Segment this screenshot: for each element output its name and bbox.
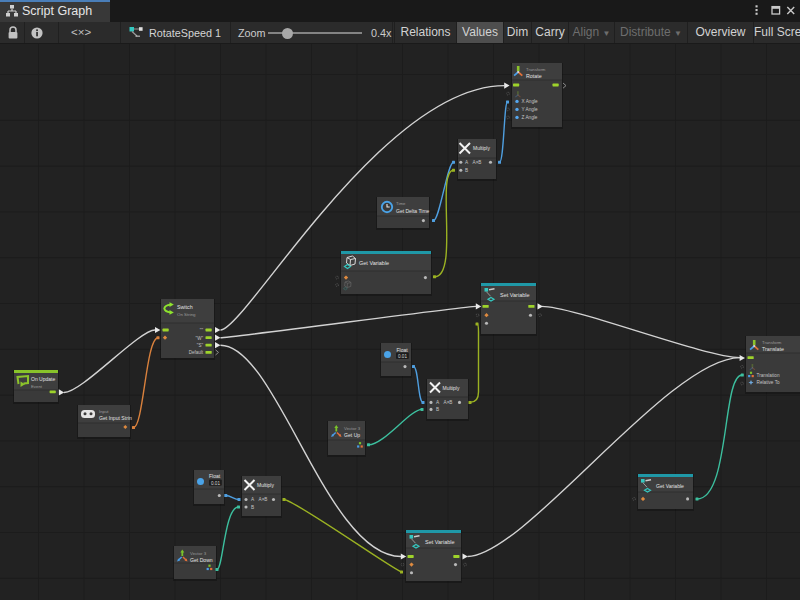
svg-text:Input: Input	[99, 409, 109, 414]
svg-text:B: B	[465, 168, 468, 173]
svg-text:"S": "S"	[197, 343, 204, 348]
svg-text:Default: Default	[189, 350, 204, 355]
svg-text:Float: Float	[209, 473, 221, 479]
svg-text:On Update: On Update	[31, 376, 55, 382]
svg-text:X Angle: X Angle	[522, 99, 539, 104]
svg-text:0.01: 0.01	[398, 354, 407, 359]
svg-text:Get Input Strin: Get Input Strin	[99, 415, 132, 421]
svg-text:Get Down: Get Down	[190, 557, 213, 563]
svg-text:Z Angle: Z Angle	[522, 115, 538, 120]
svg-text:Get Up: Get Up	[344, 432, 360, 438]
svg-text:"": ""	[200, 328, 204, 333]
svg-text:Y Angle: Y Angle	[522, 107, 538, 112]
svg-text:Multiply: Multiply	[473, 145, 490, 151]
svg-text:Set Variable: Set Variable	[425, 539, 455, 545]
svg-text:"W": "W"	[196, 336, 204, 341]
svg-text:A×B: A×B	[444, 400, 453, 405]
svg-text:Get Variable: Get Variable	[359, 260, 389, 266]
svg-text:0.01: 0.01	[211, 481, 220, 486]
svg-text:Multiply: Multiply	[443, 385, 460, 391]
svg-text:Vector 3: Vector 3	[190, 551, 207, 556]
svg-text:Get Variable: Get Variable	[656, 483, 684, 489]
svg-text:Vector 3: Vector 3	[344, 426, 361, 431]
svg-text:Translation: Translation	[757, 373, 780, 378]
svg-text:B: B	[436, 407, 439, 412]
svg-text:Event: Event	[31, 384, 43, 389]
svg-text:On String: On String	[177, 312, 196, 317]
svg-text:Transform: Transform	[762, 340, 782, 345]
svg-text:A×B: A×B	[259, 497, 268, 502]
svg-text:Set Variable: Set Variable	[500, 292, 530, 298]
svg-text:Switch: Switch	[177, 304, 193, 310]
svg-text:Float: Float	[397, 347, 409, 353]
svg-text:Time: Time	[396, 201, 406, 206]
svg-text:B: B	[251, 505, 254, 510]
svg-text:Multiply: Multiply	[257, 482, 274, 488]
svg-text:Rotate: Rotate	[526, 73, 542, 79]
svg-text:Transform: Transform	[526, 67, 546, 72]
svg-text:Relative To: Relative To	[757, 380, 780, 385]
svg-text:Translate: Translate	[762, 346, 784, 352]
svg-text:A×B: A×B	[473, 160, 482, 165]
svg-text:Get Delta Time: Get Delta Time	[396, 208, 430, 214]
